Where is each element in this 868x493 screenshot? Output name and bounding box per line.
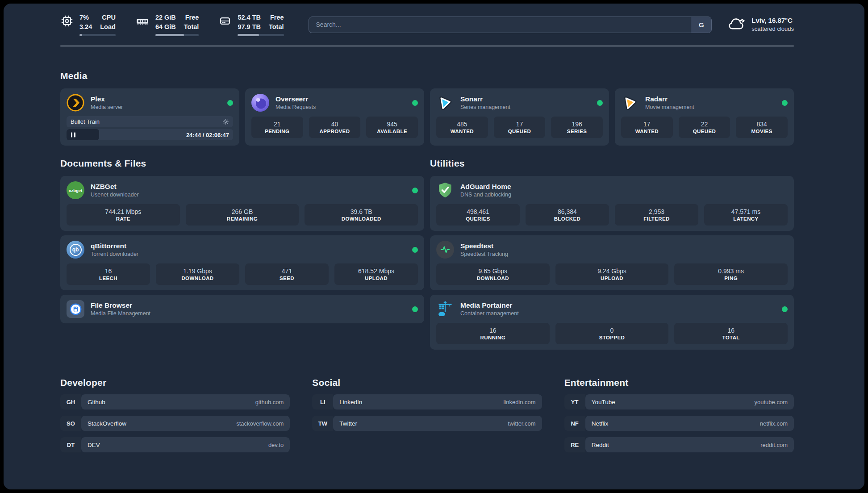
section-title-media: Media: [60, 71, 794, 81]
stat-label: TOTAL: [722, 335, 740, 340]
app-card-qbittorrent[interactable]: qb qBittorrent Torrent downloader 16 LEE…: [60, 235, 424, 290]
portainer-icon: [436, 300, 454, 318]
stat-value: 2,953: [649, 208, 664, 215]
bookmark-link[interactable]: GH Github github.com: [60, 394, 290, 409]
status-dot: [412, 306, 418, 312]
stat-label: DOWNLOAD: [477, 276, 509, 281]
bookmark-name: DEV: [88, 442, 100, 448]
stat-tile: 39.6 TB DOWNLOADED: [305, 204, 418, 226]
app-card-sonarr[interactable]: Sonarr Series management 485 WANTED 17 Q…: [430, 88, 609, 146]
stat-value: 0.993 ms: [718, 267, 744, 275]
filebrowser-icon: [67, 300, 84, 318]
stat-tiles: 744.21 Mbps RATE 266 GB REMAINING 39.6 T…: [67, 204, 418, 226]
bookmark-url: dev.to: [268, 442, 284, 448]
bookmark-url: youtube.com: [755, 399, 788, 405]
section-developer: Developer GH Github github.com SO: [60, 377, 290, 452]
search-input[interactable]: [309, 17, 691, 33]
bookmark-link[interactable]: YT YouTube youtube.com: [564, 394, 794, 409]
app-name: AdGuard Home: [460, 182, 511, 191]
stat-tile: 834 MOVIES: [736, 117, 788, 138]
ram-label-2: Total: [184, 22, 199, 31]
stat-tile: 22 QUEUED: [679, 117, 730, 138]
stat-tile: 471 SEED: [245, 263, 329, 285]
system-stats: 7% 3.24 CPU Load: [60, 13, 284, 36]
bookmark-name: Netflix: [592, 420, 609, 427]
stat-label: RUNNING: [480, 335, 505, 340]
bookmark-url: github.com: [255, 399, 284, 405]
stat-tiles: 21 PENDING 40 APPROVED 945 AVAILABLE: [251, 117, 418, 138]
app-subtitle: Movie management: [645, 104, 694, 111]
stat-tile: 40 APPROVED: [309, 117, 361, 138]
now-playing-title: Bullet Train: [71, 118, 100, 125]
bookmark-name: LinkedIn: [339, 399, 362, 405]
status-dot: [412, 100, 418, 106]
stat-tile: 945 AVAILABLE: [366, 117, 418, 138]
playback-time: 24:44 / 02:06:47: [186, 131, 229, 138]
app-card-speedtest[interactable]: Speedtest Speedtest Tracking 9.65 Gbps D…: [430, 235, 794, 290]
app-card-portainer[interactable]: Media Portainer Container management 16 …: [430, 295, 794, 350]
search-bar: G: [309, 17, 712, 33]
bookmark-link[interactable]: LI LinkedIn linkedin.com: [312, 394, 542, 409]
stat-tile: 9.24 Gbps UPLOAD: [555, 263, 669, 285]
stat-value: 21: [274, 121, 281, 128]
app-subtitle: Series management: [460, 104, 510, 111]
stat-label: RATE: [116, 216, 130, 221]
app-subtitle: DNS and adblocking: [460, 191, 511, 198]
app-card-overseerr[interactable]: Overseerr Media Requests 21 PENDING 40 A…: [245, 88, 424, 146]
gear-icon[interactable]: [222, 118, 229, 125]
bookmark-link[interactable]: SO StackOverflow stackoverflow.com: [60, 416, 290, 431]
bookmark-abbr-badge: TW: [312, 416, 333, 431]
bookmark-url: reddit.com: [760, 442, 788, 448]
disk-free-value: 52.4 TB: [238, 13, 261, 22]
sonarr-icon: [436, 94, 454, 112]
bookmark-abbr-badge: DT: [60, 437, 81, 452]
bookmark-link[interactable]: TW Twitter twitter.com: [312, 416, 542, 431]
adguard-icon: [436, 181, 454, 199]
stat-tile: 16 RUNNING: [436, 323, 550, 344]
stat-label: UPLOAD: [601, 276, 623, 281]
app-card-plex[interactable]: Plex Media server Bullet Train: [60, 88, 239, 146]
section-title-entertainment: Entertainment: [564, 377, 794, 388]
stat-label: WANTED: [635, 129, 659, 134]
pause-icon[interactable]: [71, 132, 75, 137]
stat-label: PING: [724, 276, 738, 281]
stat-value: 16: [489, 327, 497, 334]
stat-label: BLOCKED: [554, 216, 581, 221]
search-engine-button[interactable]: G: [691, 17, 711, 33]
playback-progress-bar[interactable]: 24:44 / 02:06:47: [67, 129, 233, 140]
stat-value: 9.65 Gbps: [479, 267, 508, 275]
bookmark-link[interactable]: RE Reddit reddit.com: [564, 437, 794, 452]
bookmark-link[interactable]: NF Netflix netflix.com: [564, 416, 794, 431]
stat-value: 17: [643, 121, 651, 128]
app-card-filebrowser[interactable]: File Browser Media File Management: [60, 295, 424, 323]
app-name: Plex: [91, 95, 123, 104]
stat-label: LATENCY: [733, 216, 758, 221]
status-dot: [782, 100, 788, 106]
stat-tiles: 9.65 Gbps DOWNLOAD 9.24 Gbps UPLOAD 0.99…: [436, 263, 788, 285]
bookmark-abbr-badge: GH: [60, 394, 81, 409]
weather-widget: Lviv, 16.87°C scattered clouds: [727, 16, 794, 33]
cpu-load-value: 3.24: [79, 22, 92, 31]
stat-label: LEECH: [99, 276, 117, 281]
section-social: Social LI LinkedIn linkedin.com TW: [312, 377, 542, 431]
stat-tile: 498,461 QUERIES: [436, 204, 520, 226]
cpu-stat-body: 7% 3.24 CPU Load: [79, 13, 116, 36]
bookmark-name: Github: [88, 399, 105, 405]
stat-value: 196: [572, 121, 582, 128]
app-card-nzbget[interactable]: nzbget NZBGet Usenet downloader 744.21 M…: [60, 176, 424, 231]
stat-label: QUEUED: [508, 129, 531, 134]
bookmark-abbr-badge: SO: [60, 416, 81, 431]
stat-value: 40: [331, 121, 338, 128]
speedtest-icon: [436, 241, 454, 259]
links-grid: Developer GH Github github.com SO: [60, 377, 794, 452]
ram-stat-body: 22 GiB 64 GiB Free Total: [155, 13, 199, 36]
app-card-radarr[interactable]: Radarr Movie management 17 WANTED 22 QUE…: [615, 88, 794, 146]
radarr-icon: [621, 94, 639, 112]
bookmark-abbr-badge: RE: [564, 437, 585, 452]
status-dot: [412, 247, 418, 253]
bookmark-link[interactable]: DT DEV dev.to: [60, 437, 290, 452]
app-name: Sonarr: [460, 95, 510, 104]
stat-tile: 9.65 Gbps DOWNLOAD: [436, 263, 550, 285]
app-card-adguard[interactable]: AdGuard Home DNS and adblocking 498,461 …: [430, 176, 794, 231]
cpu-stat: 7% 3.24 CPU Load: [60, 13, 116, 36]
